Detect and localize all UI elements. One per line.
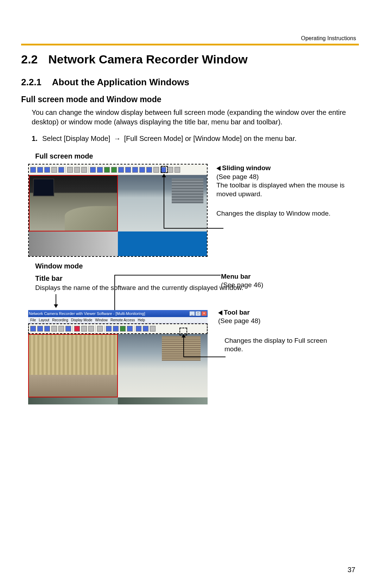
change-to-fullscreen-desc: Changes the display to Full screen mode.	[224, 337, 327, 353]
header-rule	[21, 44, 359, 45]
sliding-window-desc: The toolbar is displayed when the mouse …	[216, 181, 344, 198]
running-header: Operating Instructions	[21, 35, 359, 42]
camera-view-1[interactable]	[29, 175, 118, 231]
menu-item[interactable]: Help	[138, 318, 145, 322]
section-number: 2.2	[21, 52, 38, 66]
layout-icon[interactable]	[104, 167, 110, 173]
camera-view-4[interactable]	[118, 231, 207, 256]
arrow-left-icon	[218, 310, 222, 315]
menu-item[interactable]: Window	[95, 318, 108, 322]
toolbar-icon[interactable]	[153, 167, 159, 173]
toolbar-icon[interactable]	[44, 326, 50, 332]
menu-item[interactable]: File	[30, 318, 36, 322]
layout-icon[interactable]	[90, 167, 96, 173]
fullscreen-mode-icon[interactable]	[136, 326, 141, 332]
toolbar-icon[interactable]	[58, 326, 64, 332]
toolbar-separator	[104, 326, 104, 332]
sliding-window-label: Sliding window	[222, 164, 271, 172]
camera-view-2[interactable]	[118, 334, 208, 397]
menubar-label: Menu bar	[221, 273, 251, 280]
toolbar-icon[interactable]	[65, 326, 71, 332]
toolbar-icon[interactable]	[146, 167, 152, 173]
close-button[interactable]: ×	[201, 311, 207, 316]
toolbar-icon[interactable]	[37, 326, 43, 332]
app-titlebar[interactable]: Network Camera Recorder with Viewer Soft…	[28, 310, 208, 317]
toolbar-icon[interactable]	[51, 167, 57, 173]
toolbar-icon[interactable]	[97, 326, 103, 332]
windowmode-screenshot: Network Camera Recorder with Viewer Soft…	[28, 310, 208, 404]
leader-line	[115, 275, 221, 276]
toolbar-icon[interactable]	[118, 167, 124, 173]
camera-view-2[interactable]	[118, 175, 207, 231]
toolbar-icon[interactable]	[143, 326, 148, 332]
layout-icon[interactable]	[120, 326, 126, 332]
camera-view-3[interactable]	[29, 231, 118, 256]
camera-grid	[28, 334, 208, 397]
menu-item[interactable]: Display Mode	[71, 318, 93, 322]
app-menubar[interactable]: File Layout Recording Display Mode Windo…	[28, 317, 208, 323]
toolbar-separator	[95, 326, 96, 332]
toolbar-icon[interactable]	[30, 326, 36, 332]
toolbar-icon[interactable]	[167, 167, 173, 173]
leader-line	[183, 335, 184, 357]
toolbar-ref: (See page 48)	[218, 317, 260, 324]
menubar-annotation: Menu bar (See page 46)	[221, 272, 263, 290]
page-number: 37	[348, 566, 355, 574]
app-title-text: Network Camera Recorder with Viewer Soft…	[29, 311, 145, 316]
menu-item[interactable]: Recording	[52, 318, 68, 322]
toolbar-icon[interactable]	[88, 326, 94, 332]
toolbar-label: Tool bar	[224, 309, 250, 316]
toolbar-icon[interactable]	[30, 167, 36, 173]
mode-heading: Full screen mode and Window mode	[21, 95, 359, 104]
toolbar-icon[interactable]	[51, 326, 57, 332]
arrow-left-icon	[216, 166, 221, 171]
toolbar-icon[interactable]	[81, 167, 87, 173]
toolbar-icon[interactable]	[127, 326, 133, 332]
callout-highlight	[161, 166, 168, 173]
toolbar-icon[interactable]	[132, 167, 138, 173]
sliding-toolbar	[29, 165, 207, 175]
toolbar-separator	[72, 326, 73, 332]
toolbar-icon[interactable]	[74, 167, 80, 173]
toolbar-icon[interactable]	[81, 326, 87, 332]
step-number: 1.	[32, 134, 42, 143]
layout-icon[interactable]	[111, 167, 117, 173]
menu-item[interactable]: Layout	[39, 318, 49, 322]
record-icon[interactable]	[74, 326, 80, 332]
toolbar-separator	[88, 167, 89, 173]
toolbar-icon[interactable]	[175, 167, 180, 173]
titlebar-desc: Displays the name of the software and th…	[35, 283, 359, 292]
subsection-heading: 2.2.1About the Application Windows	[21, 77, 359, 88]
camera-strip	[28, 397, 208, 404]
fullscreen-screenshot	[28, 164, 208, 257]
toolbar-icon[interactable]	[58, 167, 64, 173]
camera-view-3[interactable]	[28, 397, 118, 404]
leader-line	[164, 228, 223, 229]
camera-view-1[interactable]	[28, 334, 118, 397]
subsection-number: 2.2.1	[21, 77, 42, 88]
window-mode-icon[interactable]	[125, 167, 131, 173]
toolbar-icon[interactable]	[67, 167, 73, 173]
menubar-ref: (See page 46)	[221, 281, 263, 289]
layout-icon[interactable]	[106, 326, 112, 332]
toolbar-icon[interactable]	[150, 326, 156, 332]
section-heading: 2.2Network Camera Recorder Window	[21, 52, 359, 66]
layout-icon[interactable]	[113, 326, 119, 332]
minimize-button[interactable]: _	[189, 311, 195, 316]
arrow-down-icon	[56, 294, 56, 308]
fullscreen-annotations: Sliding window (See page 48) The toolbar…	[216, 164, 350, 225]
toolbar-icon[interactable]	[139, 167, 145, 173]
leader-line	[183, 357, 226, 357]
toolbar-icon[interactable]	[44, 167, 50, 173]
maximize-button[interactable]: □	[195, 311, 201, 316]
change-to-window-desc: Changes the display to Window mode.	[216, 210, 330, 217]
layout-icon[interactable]	[97, 167, 103, 173]
camera-view-4[interactable]	[118, 397, 208, 404]
menu-item[interactable]: Remote Access	[110, 318, 135, 322]
change-to-fullscreen-annotation: Changes the display to Full screen mode.	[224, 336, 330, 354]
toolbar-icon[interactable]	[37, 167, 43, 173]
intro-paragraph: You can change the window display betwee…	[32, 108, 359, 127]
section-title-text: Network Camera Recorder Window	[48, 52, 248, 66]
arrow-icon: →	[112, 135, 122, 142]
subsection-title-text: About the Application Windows	[52, 77, 189, 87]
